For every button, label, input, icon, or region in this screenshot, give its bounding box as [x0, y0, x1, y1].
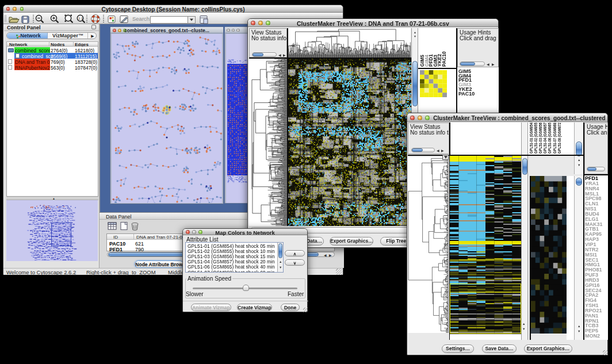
svg-text:1:1: 1:1 [78, 17, 83, 20]
svg-text:Search:: Search: [132, 16, 151, 22]
